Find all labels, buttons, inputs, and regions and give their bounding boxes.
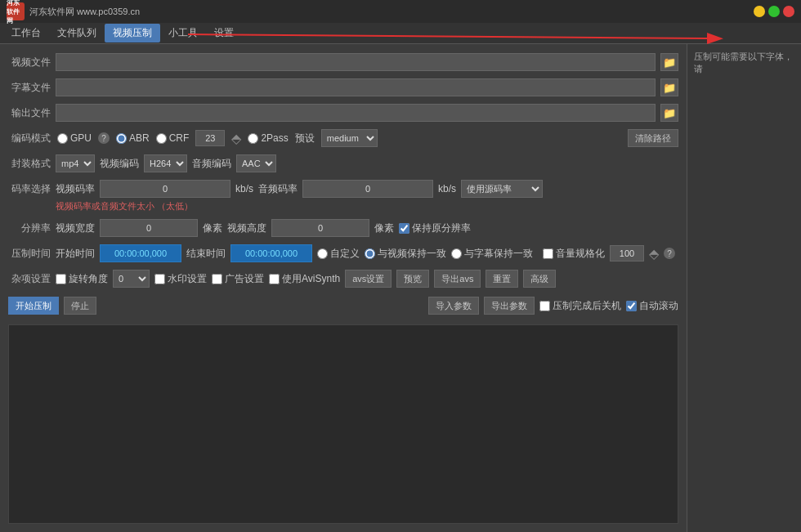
- advanced-button[interactable]: 高级: [523, 270, 556, 288]
- sync-video-radio-group[interactable]: 与视频保持一致: [365, 247, 446, 261]
- container-select[interactable]: mp4 mkv avi flv: [56, 154, 95, 172]
- watermark-group[interactable]: 水印设置: [154, 272, 207, 286]
- maximize-button[interactable]: [768, 6, 780, 17]
- volume-value-input[interactable]: [610, 245, 644, 262]
- main-content: 视频文件 📁 字幕文件 📁 输出文件 📁 编码模式 GPU ?: [0, 44, 801, 532]
- avisynth-group[interactable]: 使用AviSynth: [269, 272, 340, 286]
- audio-codec-select[interactable]: AAC MP3 AC3: [236, 154, 276, 172]
- avs-settings-button[interactable]: avs设置: [345, 270, 392, 288]
- menu-tools[interactable]: 小工具: [160, 24, 206, 42]
- ad-label: 广告设置: [225, 272, 264, 286]
- twopass-radio[interactable]: [248, 133, 258, 144]
- app-logo: 河东软件网: [7, 2, 25, 20]
- export-params-button[interactable]: 导出参数: [484, 297, 535, 315]
- bitrate-warning: 视频码率或音频文件太小 （太低）: [56, 201, 193, 211]
- menu-queue[interactable]: 文件队列: [49, 24, 105, 42]
- format-row: 封装格式 mp4 mkv avi flv 视频编码 H264 H265 VP9 …: [8, 154, 678, 173]
- bitrate-row: 码率选择 视频码率 kb/s 音频码率 kb/s 使用源码率: [8, 179, 678, 199]
- abr-radio[interactable]: [116, 133, 127, 144]
- menu-bar: 工作台 文件队列 视频压制 小工具 设置: [0, 23, 801, 44]
- log-area: [8, 324, 678, 524]
- start-compress-button[interactable]: 开始压制: [8, 297, 59, 315]
- watermark-checkbox[interactable]: [154, 274, 165, 284]
- source-bitrate-select[interactable]: 使用源码率: [461, 180, 543, 198]
- clear-path-button[interactable]: 清除路径: [628, 129, 678, 147]
- twopass-radio-group[interactable]: 2Pass: [248, 132, 288, 144]
- export-avs-button[interactable]: 导出avs: [434, 270, 481, 288]
- gpu-radio[interactable]: [57, 133, 68, 144]
- rotate-group[interactable]: 旋转角度: [56, 272, 108, 286]
- action-right: 导入参数 导出参数 压制完成后关机 自动滚动: [428, 297, 678, 315]
- stop-button[interactable]: 停止: [64, 297, 96, 315]
- gpu-help-icon[interactable]: ?: [98, 132, 110, 144]
- menu-workbench[interactable]: 工作台: [3, 24, 49, 42]
- video-file-label: 视频文件: [8, 56, 51, 69]
- volume-label: 音量规格化: [556, 247, 605, 261]
- custom-radio[interactable]: [317, 248, 328, 259]
- video-bitrate-input[interactable]: [100, 180, 230, 198]
- rotate-checkbox[interactable]: [56, 274, 66, 284]
- avisynth-checkbox[interactable]: [269, 274, 280, 284]
- audio-bitrate-input[interactable]: [302, 180, 433, 198]
- left-panel: 视频文件 📁 字幕文件 📁 输出文件 📁 编码模式 GPU ?: [0, 44, 687, 532]
- time-label: 压制时间: [8, 247, 51, 261]
- minimize-button[interactable]: [754, 6, 765, 17]
- bitrate-unit1: kb/s: [235, 183, 253, 194]
- subtitle-file-browse-button[interactable]: 📁: [660, 78, 678, 96]
- sync-sub-radio[interactable]: [451, 248, 462, 259]
- volume-help-icon[interactable]: ?: [664, 248, 675, 259]
- format-label: 封装格式: [8, 157, 51, 171]
- shutdown-label: 压制完成后关机: [553, 299, 621, 313]
- reset-button[interactable]: 重置: [486, 270, 518, 288]
- video-file-input[interactable]: [56, 53, 656, 71]
- crf-radio[interactable]: [156, 133, 167, 144]
- import-params-button[interactable]: 导入参数: [428, 297, 479, 315]
- auto-scroll-group[interactable]: 自动滚动: [626, 299, 678, 313]
- subtitle-file-input[interactable]: [56, 78, 656, 96]
- ad-group[interactable]: 广告设置: [212, 272, 264, 286]
- sync-sub-radio-group[interactable]: 与字幕保持一致: [451, 247, 533, 261]
- pixel-unit2: 像素: [374, 221, 394, 235]
- audio-bitrate-label: 音频码率: [258, 182, 298, 196]
- video-codec-label: 视频编码: [100, 157, 139, 171]
- encode-mode-row: 编码模式 GPU ? ABR CRF ⬘ 2Pass 预设 medium: [8, 128, 678, 148]
- gpu-radio-group[interactable]: GPU: [57, 132, 92, 144]
- crf-radio-group[interactable]: CRF: [156, 132, 190, 144]
- keep-ratio-group[interactable]: 保持原分辨率: [399, 221, 471, 235]
- menu-compress[interactable]: 视频压制: [105, 24, 160, 42]
- title-bar: 河东软件网 河东软件网 www.pc0359.cn: [0, 0, 801, 23]
- video-file-browse-button[interactable]: 📁: [660, 53, 678, 71]
- width-input[interactable]: [100, 219, 198, 237]
- crf-spinner[interactable]: ⬘: [231, 131, 241, 146]
- ad-checkbox[interactable]: [212, 274, 222, 284]
- misc-row: 杂项设置 旋转角度 0 90 180 270 水印设置 广告设置 使用Av: [8, 269, 678, 288]
- close-button[interactable]: [783, 6, 794, 17]
- preview-button[interactable]: 预览: [396, 270, 429, 288]
- auto-scroll-label: 自动滚动: [639, 299, 678, 313]
- rotate-select[interactable]: 0 90 180 270: [113, 270, 150, 288]
- video-bitrate-label: 视频码率: [56, 182, 95, 196]
- volume-spinner[interactable]: ⬘: [649, 246, 659, 262]
- encode-mode-label: 编码模式: [8, 132, 51, 145]
- preset-select[interactable]: medium fast slow ultrafast veryslow: [321, 129, 378, 147]
- volume-normalize-group[interactable]: 音量规格化: [543, 247, 605, 261]
- end-time-input[interactable]: [230, 244, 312, 262]
- auto-scroll-checkbox[interactable]: [626, 301, 637, 311]
- subtitle-file-label: 字幕文件: [8, 81, 51, 95]
- menu-settings[interactable]: 设置: [206, 24, 242, 42]
- start-time-input[interactable]: [100, 244, 181, 262]
- width-label: 视频宽度: [56, 221, 95, 235]
- height-input[interactable]: [271, 219, 369, 237]
- crf-value-input[interactable]: [195, 130, 225, 146]
- shutdown-group[interactable]: 压制完成后关机: [539, 299, 621, 313]
- sync-video-radio[interactable]: [365, 248, 375, 259]
- volume-normalize-checkbox[interactable]: [543, 248, 553, 259]
- video-codec-select[interactable]: H264 H265 VP9: [144, 154, 187, 172]
- shutdown-checkbox[interactable]: [539, 301, 550, 311]
- keep-ratio-checkbox[interactable]: [399, 223, 409, 234]
- output-file-row: 输出文件 📁: [8, 103, 678, 123]
- output-file-input[interactable]: [56, 104, 656, 122]
- output-file-browse-button[interactable]: 📁: [660, 104, 678, 122]
- custom-radio-group[interactable]: 自定义: [317, 247, 360, 261]
- abr-radio-group[interactable]: ABR: [116, 132, 150, 144]
